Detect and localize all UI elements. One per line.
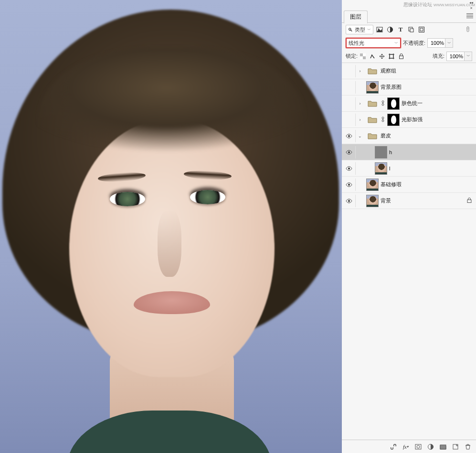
add-adjustment-icon[interactable] (426, 442, 435, 451)
fill-label: 填充: (433, 53, 444, 60)
layer-row[interactable]: ›光影加强 (342, 112, 476, 128)
document-canvas[interactable] (0, 0, 342, 453)
lock-transparent-icon[interactable] (360, 53, 366, 60)
new-group-icon[interactable] (439, 442, 447, 451)
filter-toggle-switch[interactable] (464, 25, 472, 34)
svg-rect-5 (419, 27, 424, 32)
lock-fill-row: 锁定: 填充: ﹀ (342, 50, 476, 63)
link-icon (381, 100, 385, 107)
layer-thumbnail[interactable] (366, 179, 379, 191)
svg-point-31 (417, 445, 420, 448)
chevron-down-icon[interactable]: ﹀ (464, 52, 472, 61)
filter-shape-icon[interactable] (407, 25, 415, 34)
visibility-toggle[interactable] (345, 83, 353, 92)
layer-list[interactable]: ›观察组背景原图›肤色统一›光影加强⌄磨皮hl基础修瑕背景 (342, 63, 476, 440)
layer-name-label[interactable]: 磨皮 (381, 132, 473, 139)
layers-panel: 思缘设计论坛 WWW.MISSYUAN.COM ◂◂ + 图层 🔍︎ 类型 ﹀ … (342, 0, 476, 453)
watermark: 思缘设计论坛 WWW.MISSYUAN.COM (403, 1, 475, 8)
folder-icon (366, 114, 379, 126)
portrait-image (0, 0, 342, 453)
opacity-label: 不透明度: (403, 40, 425, 47)
layer-row[interactable]: 背景原图 (342, 79, 476, 95)
lock-buttons (360, 53, 404, 60)
visibility-toggle[interactable] (345, 99, 353, 108)
lock-label: 锁定: (346, 53, 358, 60)
layer-name-label[interactable]: 光影加强 (402, 116, 473, 123)
add-mask-icon[interactable] (414, 442, 423, 451)
folder-icon (366, 130, 379, 142)
visibility-toggle[interactable] (345, 164, 353, 173)
visibility-toggle[interactable] (345, 132, 353, 140)
layer-name-label[interactable]: 观察组 (381, 67, 473, 74)
filter-adjust-icon[interactable] (386, 25, 394, 34)
svg-point-8 (467, 27, 469, 29)
layer-thumbnail[interactable] (375, 162, 387, 175)
svg-rect-33 (440, 445, 446, 449)
new-layer-icon[interactable] (451, 442, 460, 451)
visibility-toggle[interactable] (345, 180, 353, 189)
visibility-toggle[interactable] (345, 67, 353, 75)
layer-name-label[interactable]: h (389, 149, 473, 155)
layer-thumbnail[interactable] (375, 146, 387, 158)
fill-input[interactable]: ﹀ (446, 52, 472, 61)
lock-artboard-icon[interactable] (388, 53, 395, 60)
close-icon[interactable]: + (468, 5, 474, 11)
layer-name-label[interactable]: 背景原图 (381, 84, 473, 91)
folder-icon (366, 97, 379, 110)
expand-toggle[interactable]: ⌄ (358, 134, 362, 138)
lock-all-icon[interactable] (398, 53, 404, 60)
fill-field[interactable] (447, 52, 464, 61)
panel-window-controls[interactable]: ◂◂ + (469, 1, 473, 11)
visibility-toggle[interactable] (345, 197, 353, 205)
opacity-field[interactable] (428, 39, 445, 47)
svg-rect-29 (467, 200, 471, 203)
delete-layer-icon[interactable] (464, 442, 472, 451)
chevron-down-icon[interactable]: ﹀ (445, 39, 453, 47)
layer-row[interactable]: l (342, 160, 476, 177)
mask-thumbnail[interactable] (387, 114, 400, 126)
svg-rect-12 (390, 54, 393, 58)
mask-thumbnail[interactable] (387, 97, 400, 110)
fx-icon[interactable]: fx▾ (402, 442, 410, 451)
layer-row[interactable]: 基础修瑕 (342, 177, 476, 193)
filter-label: 类型 (355, 26, 365, 33)
collapse-icon[interactable]: ◂◂ (469, 1, 473, 5)
link-layers-icon[interactable] (389, 442, 398, 451)
layer-row[interactable]: ›观察组 (342, 63, 476, 79)
visibility-toggle[interactable] (345, 148, 353, 157)
filter-pixel-icon[interactable] (375, 25, 384, 34)
layer-row[interactable]: 背景 (342, 193, 476, 209)
panel-menu-icon[interactable] (466, 13, 473, 18)
svg-point-28 (348, 200, 350, 202)
panel-footer: fx▾ (342, 440, 476, 453)
filter-row: 🔍︎ 类型 ﹀ T (342, 23, 476, 36)
svg-point-26 (348, 168, 350, 169)
layer-thumbnail[interactable] (366, 195, 379, 207)
chevron-down-icon: ﹀ (394, 41, 398, 46)
filter-text-icon[interactable]: T (396, 25, 405, 34)
svg-rect-6 (420, 28, 423, 31)
layer-thumbnail[interactable] (366, 81, 379, 94)
visibility-toggle[interactable] (345, 116, 353, 124)
layer-name-label[interactable]: 基础修瑕 (381, 181, 473, 188)
expand-toggle[interactable]: › (358, 69, 362, 74)
chevron-down-icon: ﹀ (367, 27, 371, 32)
layer-name-label[interactable]: 背景 (381, 197, 464, 204)
expand-toggle[interactable]: › (358, 117, 362, 122)
svg-rect-17 (399, 56, 403, 59)
layer-name-label[interactable]: 肤色统一 (402, 100, 473, 107)
tab-layers[interactable]: 图层 (344, 11, 368, 23)
lock-position-icon[interactable] (379, 53, 385, 60)
opacity-input[interactable]: ﹀ (427, 38, 453, 48)
filter-smart-icon[interactable] (417, 25, 426, 34)
blend-mode-select[interactable]: 线性光 ﹀ (346, 38, 401, 48)
layer-row[interactable]: h (342, 144, 476, 160)
layer-row[interactable]: ⌄磨皮 (342, 128, 476, 144)
layer-name-label[interactable]: l (389, 166, 473, 171)
lock-pixels-icon[interactable] (369, 53, 376, 60)
svg-rect-4 (410, 29, 413, 32)
layer-filter-type[interactable]: 🔍︎ 类型 ﹀ (346, 25, 373, 34)
layer-row[interactable]: ›肤色统一 (342, 95, 476, 112)
expand-toggle[interactable]: › (358, 101, 362, 106)
lock-icon (465, 198, 473, 204)
